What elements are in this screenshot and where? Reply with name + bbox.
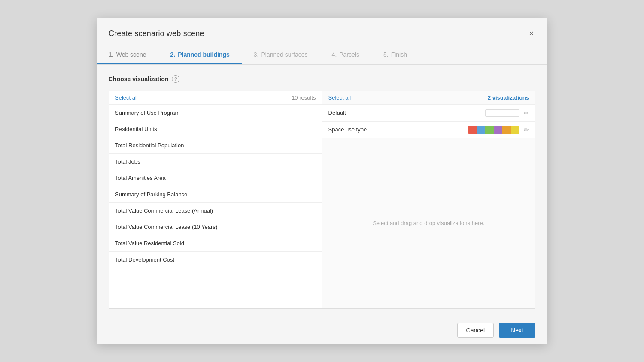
modal-body: Choose visualization ? Select all 10 res…: [97, 65, 547, 316]
step-1[interactable]: 1. Web scene: [97, 47, 158, 64]
step-5[interactable]: 5. Finish: [371, 47, 419, 64]
modal: Create scenario web scene × 1. Web scene…: [97, 18, 547, 344]
left-select-all[interactable]: Select all: [115, 94, 138, 101]
edit-icon-default[interactable]: ✏: [524, 110, 529, 116]
right-panel: Select all 2 visualizations Default ✏ Sp…: [322, 91, 536, 309]
step-3-num: 3.: [254, 51, 259, 58]
stepper: 1. Web scene 2. Planned buildings 3. Pla…: [97, 47, 547, 65]
list-item[interactable]: Summary of Use Program: [109, 105, 322, 121]
right-select-all[interactable]: Select all: [328, 94, 351, 101]
close-button[interactable]: ×: [527, 27, 535, 40]
viz-default-color-swatch: [485, 109, 519, 117]
right-panel-header: Select all 2 visualizations: [322, 91, 535, 105]
list-item[interactable]: Total Amenities Area: [109, 170, 322, 186]
drop-area[interactable]: Select and drag and drop visualizations …: [322, 138, 535, 308]
viz-color-bar: [468, 126, 519, 134]
step-2-label: Planned buildings: [178, 51, 230, 58]
drop-hint: Select and drag and drop visualizations …: [373, 220, 484, 226]
viz-name-space-use: Space use type: [328, 126, 464, 133]
modal-title: Create scenario web scene: [109, 29, 204, 38]
viz-name-default: Default: [328, 110, 481, 116]
next-button[interactable]: Next: [499, 323, 535, 338]
list-item[interactable]: Residential Units: [109, 121, 322, 137]
list-item[interactable]: Total Value Residential Sold: [109, 235, 322, 252]
list-item[interactable]: Total Residential Population: [109, 137, 322, 154]
left-panel-header: Select all 10 results: [109, 91, 322, 105]
step-4-label: Parcels: [339, 51, 359, 58]
list-item[interactable]: Total Value Commercial Lease (10 Years): [109, 219, 322, 235]
left-panel: Select all 10 results Summary of Use Pro…: [109, 91, 322, 309]
results-count: 10 results: [292, 94, 316, 101]
edit-icon-space-use[interactable]: ✏: [524, 126, 529, 133]
help-icon[interactable]: ?: [172, 75, 179, 83]
step-5-num: 5.: [383, 51, 389, 58]
step-3-label: Planned surfaces: [261, 51, 307, 58]
step-1-label: Web scene: [116, 51, 146, 58]
viz-list: Default ✏ Space use type: [322, 105, 535, 308]
list-item[interactable]: Total Value Commercial Lease (Annual): [109, 203, 322, 219]
panels: Select all 10 results Summary of Use Pro…: [109, 91, 535, 309]
viz-item-default: Default ✏: [322, 105, 535, 122]
step-2-num: 2.: [170, 51, 175, 58]
step-4-num: 4.: [332, 51, 337, 58]
modal-header: Create scenario web scene ×: [97, 18, 547, 40]
step-4[interactable]: 4. Parcels: [320, 47, 371, 64]
left-list: Summary of Use Program Residential Units…: [109, 105, 322, 308]
step-1-num: 1.: [109, 51, 114, 58]
step-3[interactable]: 3. Planned surfaces: [242, 47, 320, 64]
viz-item-space-use: Space use type ✏: [322, 122, 535, 138]
viz-count: 2 visualizations: [488, 94, 529, 101]
step-2[interactable]: 2. Planned buildings: [158, 47, 241, 64]
modal-footer: Cancel Next: [97, 316, 547, 344]
cancel-button[interactable]: Cancel: [457, 323, 494, 338]
choose-viz-text: Choose visualization: [109, 76, 168, 82]
modal-overlay: Create scenario web scene × 1. Web scene…: [0, 0, 644, 362]
choose-visualization-label: Choose visualization ?: [109, 75, 535, 83]
step-5-label: Finish: [391, 51, 407, 58]
list-item[interactable]: Summary of Parking Balance: [109, 186, 322, 203]
list-item[interactable]: Total Development Cost: [109, 252, 322, 268]
list-item[interactable]: Total Jobs: [109, 154, 322, 170]
